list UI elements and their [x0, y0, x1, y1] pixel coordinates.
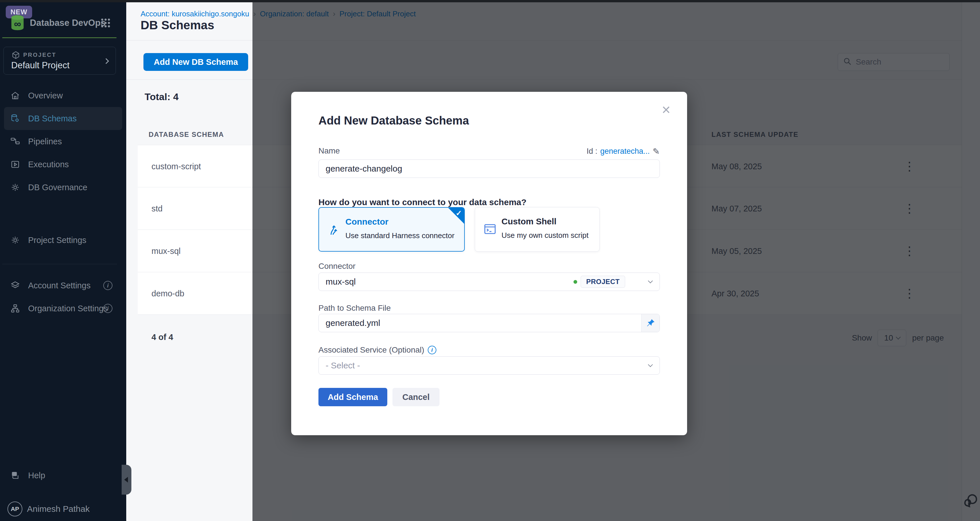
app-title: Database DevOps: [30, 18, 106, 28]
sidebar-tertiary-nav: Account Settings i Organization Settings…: [0, 274, 126, 320]
module-grid-icon[interactable]: [100, 17, 111, 30]
sidebar-item-label: Project Settings: [28, 236, 86, 245]
user-name: Animesh Pathak: [27, 504, 89, 514]
path-field: [318, 314, 660, 332]
sidebar-collapse-handle[interactable]: [122, 465, 131, 495]
sidebar-nav: Overview DB Schemas: [0, 84, 126, 199]
connector-label: Connector: [318, 262, 355, 271]
sidebar: NEW ∞ Database DevOps PROJECT: [0, 2, 126, 521]
sidebar-item-overview[interactable]: Overview: [0, 84, 126, 107]
option-title: Custom Shell: [501, 217, 557, 226]
option-card-connector[interactable]: ✓ Connector Use standard Harness connect…: [318, 207, 465, 252]
service-select[interactable]: - Select -: [318, 356, 660, 375]
project-selector[interactable]: PROJECT Default Project: [3, 47, 116, 75]
service-label: Associated Service (Optional): [318, 346, 424, 355]
window-top-strip: [0, 0, 980, 2]
schema-name: std: [151, 204, 163, 213]
sidebar-item-label: Executions: [28, 160, 69, 169]
database-devops-logo-icon: ∞: [8, 14, 27, 33]
sidebar-item-label: DB Schemas: [28, 114, 76, 123]
pagination-range: 4 of 4: [151, 333, 173, 342]
module-accent-line: [2, 37, 116, 38]
service-placeholder: - Select -: [326, 361, 360, 370]
sidebar-item-label: Account Settings: [28, 281, 91, 290]
sidebar-secondary-nav: Project Settings: [0, 229, 126, 252]
close-icon[interactable]: ×: [662, 102, 670, 117]
check-icon: ✓: [456, 209, 462, 218]
option-title: Connector: [345, 217, 388, 227]
sidebar-item-label: Overview: [28, 91, 63, 100]
sidebar-item-db-governance[interactable]: DB Governance: [0, 176, 126, 199]
total-count: Total: 4: [145, 91, 178, 102]
schema-name: mux-sql: [151, 247, 181, 256]
connector-scope: PROJECT: [573, 276, 625, 288]
help-label: Help: [28, 471, 45, 480]
sidebar-item-db-schemas[interactable]: DB Schemas: [4, 107, 122, 130]
project-selector-name: Default Project: [11, 60, 69, 70]
app-window: NEW ∞ Database DevOps PROJECT: [0, 0, 980, 521]
terminal-icon: [483, 222, 497, 236]
connector-select[interactable]: mux-sql PROJECT: [318, 272, 660, 291]
service-label-row: Associated Service (Optional) i: [318, 346, 436, 355]
chevron-down-icon: [648, 279, 653, 284]
governance-gear-icon: [10, 182, 20, 192]
info-icon[interactable]: i: [103, 281, 113, 290]
gear-icon: [10, 235, 20, 245]
connector-value: mux-sql: [326, 277, 356, 287]
sidebar-item-pipelines[interactable]: Pipelines: [0, 130, 126, 153]
path-input[interactable]: [319, 314, 641, 332]
option-card-custom-shell[interactable]: Custom Shell Use my own custom script: [475, 207, 600, 252]
entity-id: Id : generatecha... ✎: [587, 146, 660, 156]
page-title: DB Schemas: [141, 18, 214, 32]
name-input[interactable]: [318, 159, 660, 178]
connector-arrows-icon: [327, 223, 341, 236]
sidebar-item-label: Pipelines: [28, 137, 62, 146]
modal-title: Add New Database Schema: [318, 114, 469, 127]
modal-actions: Add Schema Cancel: [318, 388, 439, 406]
schema-name: demo-db: [151, 289, 184, 298]
pipelines-icon: [10, 137, 20, 146]
cube-icon: [11, 51, 21, 61]
edit-pencil-icon[interactable]: ✎: [653, 146, 660, 156]
user-menu[interactable]: AP Animesh Pathak: [0, 497, 126, 520]
org-chart-icon: [10, 304, 20, 313]
sidebar-item-help[interactable]: ? Help: [0, 464, 126, 487]
sidebar-item-project-settings[interactable]: Project Settings: [0, 229, 126, 252]
cancel-button[interactable]: Cancel: [393, 388, 439, 406]
db-schema-icon: [10, 114, 20, 123]
home-icon: [10, 91, 20, 100]
executions-icon: [10, 159, 20, 169]
chevron-right-icon: [103, 58, 109, 64]
sidebar-item-label: DB Governance: [28, 183, 87, 192]
info-icon[interactable]: i: [428, 346, 436, 354]
id-label: Id :: [587, 147, 598, 156]
add-new-db-schema-button[interactable]: Add New DB Schema: [143, 53, 248, 71]
svg-text:?: ?: [13, 472, 15, 476]
chevron-down-icon: [648, 362, 653, 367]
connect-question: How do you want to connect to your data …: [318, 198, 527, 207]
status-dot-icon: [573, 280, 577, 284]
column-header-database-schema: DATABASE SCHEMA: [149, 131, 224, 139]
help-chat-icon: ?: [10, 470, 20, 480]
svg-text:∞: ∞: [14, 18, 21, 29]
add-schema-button[interactable]: Add Schema: [318, 388, 387, 406]
breadcrumb-account[interactable]: Account: kurosakiichigo.songoku: [141, 10, 249, 18]
add-schema-modal: × Add New Database Schema Name Id : gene…: [291, 92, 687, 435]
sidebar-item-label: Organization Settings: [28, 304, 108, 313]
info-icon[interactable]: i: [103, 304, 113, 313]
option-subtitle: Use standard Harness connector: [345, 231, 454, 240]
project-selector-label: PROJECT: [23, 52, 56, 58]
pin-icon[interactable]: [641, 314, 660, 332]
sidebar-item-account-settings[interactable]: Account Settings i: [0, 274, 126, 297]
schema-name: custom-script: [151, 162, 201, 171]
collapse-arrow-icon: [124, 477, 128, 483]
sidebar-item-organization-settings[interactable]: Organization Settings i: [0, 297, 126, 320]
scope-pill: PROJECT: [581, 276, 625, 288]
name-label: Name: [318, 146, 340, 156]
avatar: AP: [8, 502, 22, 516]
option-subtitle: Use my own custom script: [501, 231, 589, 240]
sidebar-item-executions[interactable]: Executions: [0, 153, 126, 176]
id-value-link[interactable]: generatecha...: [600, 147, 650, 156]
path-label: Path to Schema File: [318, 304, 391, 313]
layers-icon: [10, 280, 20, 290]
